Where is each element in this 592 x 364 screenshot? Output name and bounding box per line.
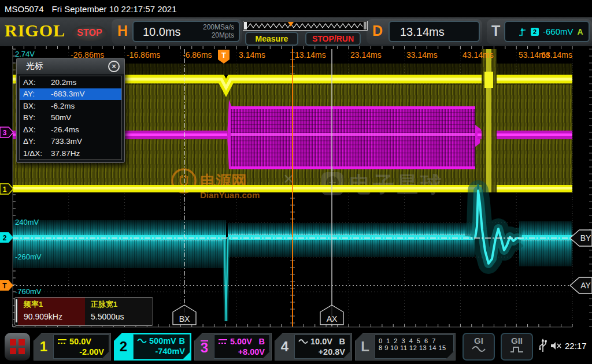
measurement-frequency[interactable]: 频率1 90.909kHz bbox=[18, 298, 85, 325]
ch2-core-right bbox=[519, 235, 572, 240]
ch2-core-left bbox=[13, 235, 226, 240]
measurement-scroll-strip bbox=[16, 299, 17, 322]
voltage-label: 240mV bbox=[15, 218, 39, 226]
watermark-brand2: 电子星球 bbox=[349, 173, 444, 196]
voltage-label: 2.74V bbox=[15, 50, 35, 58]
cursor-ay-badge[interactable]: AY bbox=[570, 277, 592, 294]
svg-text:2: 2 bbox=[3, 234, 7, 242]
close-icon[interactable]: × bbox=[108, 61, 120, 72]
svg-text:BX: BX bbox=[179, 314, 190, 324]
oscilloscope-screen: MSO5074 Fri September 10 22:17:57 2021 R… bbox=[0, 0, 592, 364]
cursor-row-bx[interactable]: BX:-6.2ms bbox=[20, 100, 121, 112]
position-bar-right-handle[interactable] bbox=[364, 22, 367, 29]
time-label: 43.14ms bbox=[462, 50, 494, 60]
channel-marker-ch1[interactable]: 1 bbox=[0, 184, 13, 194]
time-label: 63.14ms bbox=[541, 50, 572, 60]
time-label: -6.86ms bbox=[183, 50, 212, 60]
voltage-label: -260mV bbox=[15, 252, 42, 261]
time-label: -16.86ms bbox=[127, 50, 160, 60]
svg-text:T: T bbox=[221, 51, 226, 60]
svg-text:1: 1 bbox=[3, 185, 7, 194]
cursor-row-ay[interactable]: AY:-683.3mV bbox=[20, 88, 121, 101]
svg-text:3: 3 bbox=[3, 129, 7, 137]
time-label: 13.14ms bbox=[295, 50, 326, 60]
voltage-label: -760mV bbox=[15, 287, 42, 296]
cursor-row-ax[interactable]: AX:20.2ms bbox=[20, 76, 121, 88]
measurement-box: 频率1 90.909kHz 正脉宽1 5.5000us bbox=[14, 297, 153, 326]
cursor-panel-body: AX:20.2ms AY:-683.3mV BX:-6.2ms BY:50mV … bbox=[19, 76, 122, 160]
position-bar-left-handle[interactable] bbox=[244, 22, 247, 29]
svg-text:AY: AY bbox=[580, 281, 591, 290]
cursor-panel-titlebar[interactable]: 光标 × bbox=[17, 58, 124, 74]
channel-marker-ch2[interactable]: 2 bbox=[0, 232, 13, 243]
ch2-core-mid bbox=[228, 235, 475, 240]
svg-text:AX: AX bbox=[327, 314, 338, 324]
ch2-transient bbox=[475, 184, 521, 263]
cursor-panel-title: 光标 bbox=[26, 61, 43, 72]
trigger-level-marker[interactable]: T bbox=[0, 280, 13, 291]
cursor-row-dx[interactable]: ΔX:-26.4ms bbox=[20, 124, 121, 136]
cursor-bx-badge[interactable]: BX bbox=[173, 305, 196, 325]
measurement-positive-pulse-width[interactable]: 正脉宽1 5.5000us bbox=[85, 298, 152, 325]
time-label: 3.14ms bbox=[239, 50, 265, 60]
cursor-by-badge[interactable]: BY bbox=[570, 230, 592, 246]
svg-text:T: T bbox=[2, 282, 7, 290]
svg-text:BY: BY bbox=[580, 233, 591, 243]
cursor-ax-badge[interactable]: AX bbox=[320, 305, 343, 325]
cursor-row-freq[interactable]: 1/ΔX:37.87Hz bbox=[20, 147, 121, 159]
cursor-row-by[interactable]: BY:50mV bbox=[20, 112, 121, 124]
cursor-row-dy[interactable]: ΔY:733.3mV bbox=[20, 136, 121, 148]
ch1-glitch bbox=[482, 49, 497, 192]
trigger-position-badge[interactable]: T bbox=[218, 50, 230, 64]
time-label: 33.14ms bbox=[406, 50, 438, 60]
cursor-panel[interactable]: 光标 × AX:20.2ms AY:-683.3mV BX:-6.2ms BY:… bbox=[16, 58, 125, 163]
acquisition-position-bar[interactable] bbox=[243, 21, 368, 33]
channel-marker-ch3[interactable]: 3 bbox=[0, 127, 13, 138]
time-label: 23.14ms bbox=[350, 50, 382, 60]
ch3-burst bbox=[231, 106, 475, 169]
